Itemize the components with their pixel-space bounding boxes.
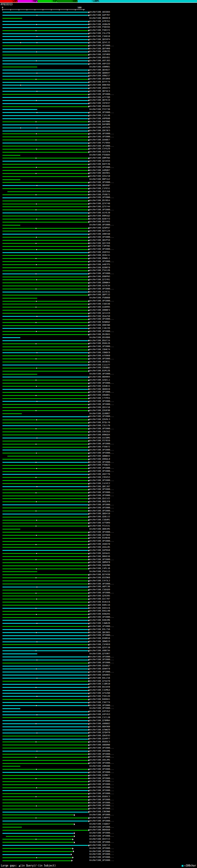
- hit-bar[interactable]: [2, 130, 88, 131]
- hit-row[interactable]: UniRef100_Q6VEB7: [0, 184, 197, 187]
- hit-label[interactable]: UniRef100_A5BAZ0: [89, 23, 110, 26]
- hit-label[interactable]: UniRef100_B5YN54: [89, 199, 110, 202]
- hit-row[interactable]: UniRef100_B2B0T8: [0, 266, 197, 270]
- hit-bar[interactable]: [2, 681, 88, 682]
- hit-label[interactable]: UniRef100_A9P680: [89, 117, 110, 120]
- hit-row[interactable]: UniRef100_A9NRB1: [0, 66, 197, 69]
- hit-label[interactable]: UniRef100_Q5W4T8: [89, 668, 110, 671]
- hit-label[interactable]: UniRef100_Q75744: [89, 206, 110, 209]
- hit-bar[interactable]: [2, 629, 88, 630]
- hit-label[interactable]: UniRef100_UPI000...: [89, 196, 114, 199]
- hit-bar[interactable]: [2, 209, 88, 210]
- hit-row[interactable]: UniRef100_UPI000...: [0, 506, 197, 509]
- hit-bar[interactable]: [2, 656, 88, 657]
- hit-bar[interactable]: [2, 641, 88, 642]
- hit-row[interactable]: UniRef100_A1YE34: [0, 284, 197, 287]
- hit-row[interactable]: UniRef100_A9FCD3: [0, 63, 197, 66]
- hit-bar[interactable]: [2, 669, 88, 670]
- hit-label[interactable]: UniRef100_UPI000...: [89, 850, 114, 853]
- hit-row[interactable]: UniRef100_Q55TI3: [0, 838, 197, 841]
- hit-row[interactable]: UniRef100_B4FFZ6: [0, 163, 197, 166]
- hit-label[interactable]: UniRef100_UPI000...: [89, 820, 114, 823]
- hit-row[interactable]: UniRef100_A9RGN8: [0, 765, 197, 768]
- hit-row[interactable]: UniRef100_A7Y7Q9: [0, 96, 197, 99]
- hit-bar[interactable]: [2, 343, 88, 344]
- hit-bar[interactable]: [2, 63, 88, 64]
- hit-label[interactable]: UniRef100_UPI000...: [89, 373, 114, 376]
- hit-label[interactable]: UniRef100_B9SE03: [89, 105, 110, 108]
- hit-label[interactable]: UniRef100_UPI000...: [89, 789, 114, 792]
- hit-row[interactable]: UniRef100_B9SE03: [0, 105, 197, 108]
- hit-bar[interactable]: [2, 60, 88, 61]
- hit-label[interactable]: UniRef100_C3ZMG4: [89, 689, 110, 692]
- hit-bar[interactable]: [2, 678, 88, 679]
- hit-row[interactable]: UniRef100_B9BPN3: [0, 275, 197, 278]
- hit-row[interactable]: UniRef100_Q72YR1: [0, 278, 197, 281]
- hit-bar[interactable]: [6, 836, 74, 837]
- hit-bar[interactable]: [2, 79, 88, 80]
- hit-label[interactable]: UniRef100_Q9C9E3: [89, 129, 110, 132]
- hit-bar[interactable]: [2, 206, 88, 207]
- hit-bar[interactable]: [2, 763, 88, 764]
- hit-bar[interactable]: [2, 617, 88, 618]
- hit-bar[interactable]: [2, 103, 88, 104]
- hit-label[interactable]: UniRef100_C6THR9: [89, 53, 110, 56]
- hit-label[interactable]: UniRef100_Q8WQ19: [89, 640, 110, 643]
- hit-bar[interactable]: [2, 662, 88, 663]
- hit-row[interactable]: UniRef100_B4KDU1: [0, 698, 197, 701]
- hit-label[interactable]: UniRef100_UPI000...: [89, 132, 114, 135]
- hit-row[interactable]: UniRef100_UPI000...: [0, 762, 197, 765]
- hit-label[interactable]: UniRef100_UPI000...: [89, 786, 114, 789]
- hit-bar[interactable]: [2, 574, 88, 575]
- hit-label[interactable]: UniRef100_UPI000...: [89, 531, 114, 534]
- hit-bar[interactable]: [2, 474, 88, 475]
- hit-bar[interactable]: [2, 741, 88, 742]
- hit-row[interactable]: UniRef100_A1C6M5: [0, 437, 197, 440]
- hit-bar[interactable]: [2, 714, 88, 715]
- hit-row[interactable]: UniRef100_UPI000...: [0, 427, 197, 430]
- hit-row[interactable]: UniRef100_UPI000...: [0, 583, 197, 586]
- hit-row[interactable]: UniRef100_Q75744: [0, 206, 197, 209]
- hit-label[interactable]: UniRef100_UPI000...: [89, 461, 114, 464]
- hit-row[interactable]: UniRef100_C3ZMG4: [0, 689, 197, 692]
- hit-label[interactable]: UniRef100_UPI000...: [89, 771, 114, 774]
- hit-label[interactable]: UniRef100_P59671: [89, 193, 110, 196]
- hit-bar[interactable]: [2, 453, 88, 454]
- hit-label[interactable]: UniRef100_Q3T9U9: [89, 534, 110, 537]
- hit-row[interactable]: UniRef100_UPI000...: [0, 196, 197, 199]
- hit-label[interactable]: UniRef100_Q3UE90: [89, 409, 110, 412]
- hit-label[interactable]: UniRef100_A5DYU1: [89, 251, 110, 254]
- hit-label[interactable]: UniRef100_A1YE34: [89, 284, 110, 287]
- hit-bar[interactable]: [2, 234, 88, 235]
- hit-bar[interactable]: [2, 377, 88, 377]
- hit-row[interactable]: UniRef100_Q88KH7: [0, 72, 197, 75]
- hit-label[interactable]: UniRef100_Q5UDG7: [89, 664, 110, 668]
- hit-bar[interactable]: [2, 690, 88, 691]
- hit-label[interactable]: UniRef100_UPI000...: [89, 272, 114, 275]
- hit-row[interactable]: UniRef100_Q70MN4: [0, 719, 197, 722]
- hit-bar[interactable]: [2, 739, 88, 740]
- hit-row[interactable]: UniRef100_A1YEJ0: [0, 212, 197, 215]
- hit-bar[interactable]: [2, 76, 88, 77]
- hit-row[interactable]: UniRef100_Q2C3V8: [0, 242, 197, 245]
- hit-label[interactable]: UniRef100_UPI000...: [89, 491, 114, 494]
- hit-row[interactable]: UniRef100_Q59L51: [0, 254, 197, 257]
- hit-label[interactable]: UniRef100_B38M16: [89, 637, 110, 640]
- hit-bar[interactable]: [2, 112, 88, 113]
- hit-label[interactable]: UniRef100_A5DGY8: [89, 543, 110, 546]
- hit-label[interactable]: UniRef100_UPI000...: [89, 755, 114, 759]
- hit-row[interactable]: UniRef100_A5BAZ0: [0, 23, 197, 26]
- hit-bar[interactable]: [2, 416, 88, 417]
- hit-label[interactable]: UniRef100_B5DGJ6: [89, 342, 110, 345]
- hit-label[interactable]: UniRef100_UPI000...: [89, 442, 114, 445]
- hit-label[interactable]: UniRef100_A7WWZ9: [89, 728, 110, 732]
- hit-bar[interactable]: [2, 441, 88, 441]
- hit-row[interactable]: UniRef100_P21531: [0, 525, 197, 528]
- hit-bar[interactable]: [2, 775, 88, 776]
- hit-row[interactable]: UniRef100_UPI000...: [0, 287, 197, 291]
- hit-row[interactable]: UniRef100_P22738: [0, 108, 197, 111]
- hit-label[interactable]: UniRef100_Q6B1M5: [89, 528, 110, 531]
- hit-bar[interactable]: [2, 404, 88, 405]
- hit-row[interactable]: UniRef100_C6NDC6: [0, 351, 197, 354]
- hit-label[interactable]: UniRef100_UPI000...: [89, 145, 114, 148]
